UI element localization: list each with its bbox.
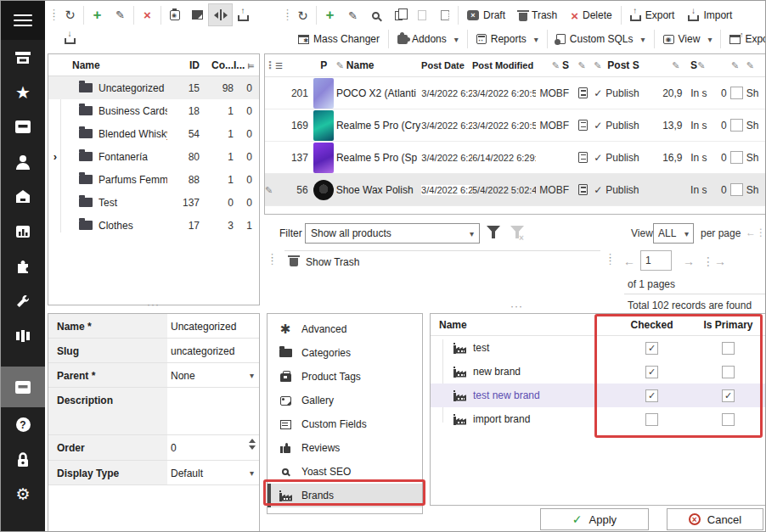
- last-page-arrow[interactable]: ⋮→: [702, 255, 726, 268]
- tab-categories[interactable]: Categories: [268, 341, 422, 365]
- collapse-icon[interactable]: ←⋮: [746, 227, 766, 238]
- col-is-primary-header[interactable]: Is Primary: [701, 319, 756, 331]
- menu-button[interactable]: [1, 1, 45, 40]
- col-post-modified-header[interactable]: Post Modified: [472, 60, 536, 70]
- tab-gallery[interactable]: Gallery: [268, 389, 422, 412]
- product-checkbox[interactable]: [730, 87, 743, 99]
- product-checkbox[interactable]: [730, 151, 743, 164]
- col-id-header[interactable]: ID: [167, 59, 200, 71]
- apply-button[interactable]: Apply: [540, 508, 649, 530]
- pager-drag-handle[interactable]: ⋮⋮: [605, 255, 615, 262]
- tab-advanced[interactable]: ✱Advanced: [268, 317, 422, 341]
- toolbar-drag-handle[interactable]: ⋮⋮: [283, 11, 286, 18]
- order-stepper[interactable]: 0: [167, 435, 259, 460]
- brand-row[interactable]: import brand: [431, 407, 765, 431]
- col-name-header[interactable]: ✎Name: [336, 59, 421, 71]
- clear-filter-icon[interactable]: [510, 226, 524, 233]
- addons-menu[interactable]: Addons: [391, 28, 465, 50]
- is-primary-checkbox[interactable]: ✓: [722, 389, 735, 402]
- expander-icon[interactable]: ›: [48, 150, 60, 163]
- category-row[interactable]: Blended Whisky 54 1 0: [48, 122, 259, 145]
- filter-dropdown[interactable]: Show all products ▾: [305, 223, 480, 244]
- category-row[interactable]: Business Cards 18 1 0: [48, 99, 259, 122]
- reports-menu[interactable]: Reports: [470, 28, 545, 50]
- slug-field[interactable]: uncategorized: [167, 339, 259, 362]
- sidebar-item-favorites[interactable]: ★: [1, 75, 45, 109]
- sidebar-item-reports[interactable]: [1, 214, 45, 249]
- col-stock-header[interactable]: S✎: [690, 59, 715, 71]
- col-extra-header[interactable]: I...⊨: [234, 59, 259, 71]
- name-field[interactable]: Uncategorized: [167, 314, 259, 338]
- search-button[interactable]: [364, 5, 387, 26]
- col-check-header[interactable]: ✎: [727, 60, 746, 71]
- spinner-arrows-icon[interactable]: [249, 439, 256, 450]
- page-number-input[interactable]: [640, 250, 672, 271]
- brand-row[interactable]: test ✓: [431, 336, 765, 360]
- display-type-dropdown[interactable]: Default▾: [167, 461, 259, 484]
- col-name-header[interactable]: Name: [72, 59, 167, 71]
- draft-button[interactable]: ×Draft: [460, 4, 512, 26]
- edit-button[interactable]: ✎: [341, 5, 364, 26]
- toolbar-drag-handle[interactable]: ⋮⋮: [49, 11, 53, 18]
- brand-row[interactable]: new brand ✓: [431, 360, 765, 384]
- col-picture-header[interactable]: P: [312, 59, 336, 71]
- tab-yoast-seo[interactable]: Yoast SEO: [268, 460, 422, 484]
- checked-checkbox[interactable]: [645, 413, 658, 426]
- checked-checkbox[interactable]: ✓: [645, 342, 658, 355]
- sidebar-item-layout[interactable]: [1, 318, 45, 353]
- product-row[interactable]: 201 POCO X2 (Atlanti 3/4/2022 6:20:5 3/4…: [265, 77, 766, 109]
- category-row[interactable]: Clothes 17 3 1: [48, 214, 259, 237]
- mass-changer-button[interactable]: Mass Changer: [291, 28, 386, 50]
- sidebar-item-shop[interactable]: [1, 179, 45, 214]
- sidebar-item-orders[interactable]: [1, 109, 45, 144]
- delete-button[interactable]: ×: [136, 4, 159, 25]
- import-button[interactable]: Import: [681, 4, 739, 26]
- image-adjust-button[interactable]: [186, 4, 209, 25]
- per-page-dropdown[interactable]: ALL ▾: [653, 223, 694, 244]
- sidebar-item-customers[interactable]: [1, 144, 45, 179]
- trash-button[interactable]: Trash: [512, 4, 564, 26]
- paste-special-button[interactable]: [433, 5, 456, 26]
- product-row[interactable]: 137 Realme 5 Pro (Sp 3/4/2022 6:20:5 6/1…: [265, 142, 766, 174]
- sidebar-item-products[interactable]: [1, 367, 45, 407]
- sidebar-item-addons[interactable]: [1, 249, 45, 283]
- tab-custom-fields[interactable]: Custom Fields: [268, 412, 422, 436]
- category-row[interactable]: Parfums Femme 88 1 0: [48, 168, 259, 191]
- custom-sqls-menu[interactable]: Custom SQLs: [549, 28, 652, 50]
- show-trash-button[interactable]: Show Trash: [290, 256, 359, 268]
- product-row[interactable]: 169 Realme 5 Pro (Cry 3/4/2022 6:20:5 3/…: [265, 109, 766, 142]
- product-row-selected[interactable]: ✎ 56 Shoe Wax Polish 3/4/2022 6:20:5 5/4…: [265, 174, 766, 206]
- sidebar-item-license[interactable]: [1, 442, 45, 477]
- drag-handle[interactable]: ⋮⋮: [268, 255, 271, 262]
- edit-button[interactable]: ✎: [109, 4, 132, 25]
- view-menu[interactable]: View: [656, 28, 719, 50]
- col-post-status-header[interactable]: ✎Post S: [594, 59, 654, 71]
- parent-dropdown[interactable]: None▾: [167, 363, 259, 387]
- sidebar-item-help[interactable]: ?: [1, 407, 45, 442]
- paste-button[interactable]: [410, 5, 433, 26]
- col-content-header[interactable]: ✎: [572, 60, 594, 71]
- is-primary-checkbox[interactable]: [722, 366, 735, 378]
- refresh-button[interactable]: ↻: [291, 5, 314, 26]
- copy-button[interactable]: [387, 5, 410, 26]
- checked-checkbox[interactable]: ✓: [645, 366, 658, 378]
- panel-resize-handle[interactable]: ···: [147, 303, 160, 306]
- col-checked-header[interactable]: Checked: [624, 319, 679, 331]
- description-field[interactable]: [167, 388, 259, 434]
- sort-filter-icon[interactable]: ☰: [275, 61, 291, 70]
- col-post-date-header[interactable]: Post Date: [421, 60, 472, 70]
- cancel-button[interactable]: Cancel: [667, 508, 763, 530]
- tab-brands[interactable]: Brands: [268, 484, 422, 507]
- grid-drag-handle[interactable]: ⋮: [265, 59, 275, 71]
- next-page-arrow[interactable]: →: [683, 255, 695, 268]
- apply-filter-icon[interactable]: [487, 226, 500, 233]
- download-button[interactable]: [59, 27, 82, 48]
- export-grid-menu[interactable]: Export Grid: [723, 28, 766, 50]
- col-sku-header[interactable]: ✎S: [536, 59, 572, 71]
- preview-button[interactable]: [163, 4, 186, 25]
- product-checkbox[interactable]: [730, 183, 743, 196]
- tab-product-tags[interactable]: Product Tags: [268, 365, 422, 389]
- col-count-header[interactable]: Co...: [200, 59, 234, 71]
- upload-button[interactable]: [232, 4, 255, 25]
- col-price-header[interactable]: ✎: [655, 59, 683, 71]
